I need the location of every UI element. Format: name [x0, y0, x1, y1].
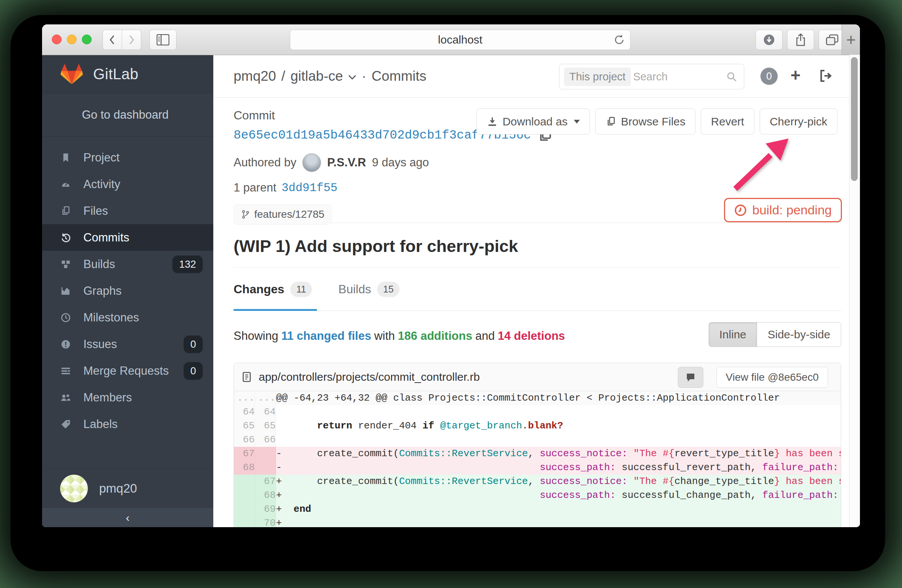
address-bar[interactable]: localhost — [290, 30, 631, 50]
new-line-number[interactable]: 68 — [255, 488, 276, 502]
build-status-badge[interactable]: build: pending — [724, 198, 842, 222]
code-line: + create_commit(Commits::RevertService, … — [276, 475, 841, 488]
diff-table: ......@@ -64,23 +64,32 @@ class Projects… — [234, 391, 841, 527]
clock-icon — [60, 312, 71, 323]
browse-files-button[interactable]: Browse Files — [595, 108, 696, 134]
sidebar-item-activity[interactable]: Activity — [42, 171, 213, 197]
search-input[interactable]: This project Search — [559, 64, 744, 89]
cherry-pick-button[interactable]: Cherry-pick — [759, 108, 838, 134]
zoom-window-button[interactable] — [82, 34, 92, 44]
sidebar-item-label: Builds — [83, 258, 115, 271]
tab-changes[interactable]: Changes 11 — [233, 281, 312, 297]
old-line-number[interactable]: 65 — [234, 419, 255, 433]
chevron-down-icon[interactable] — [348, 75, 356, 80]
sidebar-item-issues[interactable]: Issues0 — [42, 331, 213, 357]
new-line-number[interactable]: 69 — [255, 502, 276, 516]
sidebar-collapse-button[interactable]: ‹ — [42, 508, 213, 527]
old-line-number[interactable] — [234, 516, 255, 527]
breadcrumb-owner[interactable]: pmq20 — [233, 68, 276, 84]
old-line-number[interactable] — [234, 488, 255, 502]
view-file-button[interactable]: View file @8e65ec0 — [717, 367, 828, 388]
sidebar-item-members[interactable]: Members — [42, 384, 213, 411]
back-button[interactable] — [102, 30, 122, 50]
sidebar-item-labels[interactable]: Labels — [42, 411, 213, 438]
new-line-number[interactable]: 67 — [255, 475, 276, 488]
inline-view-button[interactable]: Inline — [709, 322, 757, 347]
code-line: + success_path: successful_change_path, … — [276, 488, 841, 502]
people-icon — [60, 392, 71, 403]
new-line-number[interactable] — [255, 461, 276, 475]
old-line-number[interactable]: ... — [234, 391, 255, 405]
commit-header-block: Commit 8e65ec01d19a5b46433d702d9cb1f3caf… — [233, 97, 841, 223]
new-line-number[interactable]: 66 — [255, 433, 276, 447]
forward-button[interactable] — [122, 30, 141, 50]
sidebar-item-label: Project — [83, 151, 119, 164]
sidebar-item-project[interactable]: Project — [42, 144, 213, 171]
download-as-button[interactable]: Download as — [476, 108, 590, 134]
sidebar-item-label: Merge Requests — [83, 364, 169, 378]
search-placeholder: Search — [633, 70, 726, 83]
old-line-number[interactable]: 67 — [234, 447, 255, 461]
toggle-comments-button[interactable] — [678, 367, 703, 388]
files-icon — [605, 116, 617, 127]
code-line — [276, 405, 841, 419]
reload-icon[interactable] — [614, 34, 625, 46]
page-scrollbar[interactable] — [849, 55, 860, 527]
revert-button[interactable]: Revert — [701, 108, 754, 134]
diff-file-card: app/controllers/projects/commit_controll… — [233, 363, 841, 527]
commit-title: (WIP 1) Add support for cherry-pick — [233, 236, 841, 256]
active-tab-indicator — [233, 309, 317, 311]
new-line-number[interactable]: 65 — [255, 419, 276, 433]
sidebar-user[interactable]: pmq20 — [42, 469, 213, 508]
sidebar-item-dashboard[interactable]: Go to dashboard — [42, 93, 213, 137]
old-line-number[interactable] — [234, 502, 255, 516]
sidebar-item-graphs[interactable]: Graphs — [42, 277, 213, 304]
todos-count-badge[interactable]: 0 — [760, 67, 778, 85]
breadcrumb-project[interactable]: gitlab-ce — [290, 68, 343, 84]
branch-badge[interactable]: features/12785 — [233, 204, 332, 225]
code-line: + — [276, 516, 841, 527]
gitlab-brand[interactable]: GitLab — [42, 55, 213, 93]
old-line-number[interactable] — [234, 475, 255, 488]
sidebar-item-builds[interactable]: Builds132 — [42, 251, 213, 277]
count-badge: 0 — [184, 362, 203, 380]
old-line-number[interactable]: 68 — [234, 461, 255, 475]
diff-row: 68+ success_path: successful_change_path… — [234, 488, 841, 502]
downloads-button[interactable] — [756, 30, 783, 50]
code-line: - success_path: successful_revert_path, … — [276, 461, 841, 475]
diff-summary: Showing 11 changed files with 186 additi… — [233, 323, 841, 349]
share-button[interactable] — [787, 30, 814, 50]
new-line-number[interactable]: ... — [255, 391, 276, 405]
tag-icon — [60, 419, 71, 430]
page-scrollbar-thumb[interactable] — [851, 57, 858, 181]
parent-sha-link[interactable]: 3dd91f55 — [282, 181, 338, 194]
sign-out-button[interactable] — [818, 68, 834, 85]
diff-row: 6565 return render_404 if @target_branch… — [234, 419, 841, 433]
sidebar-item-merge-requests[interactable]: Merge Requests0 — [42, 357, 213, 384]
minimize-window-button[interactable] — [67, 34, 77, 44]
diff-filename[interactable]: app/controllers/projects/commit_controll… — [259, 371, 480, 383]
side-by-side-view-button[interactable]: Side-by-side — [757, 322, 841, 347]
new-project-button[interactable]: + — [791, 65, 800, 85]
old-line-number[interactable]: 64 — [234, 405, 255, 419]
annotation-arrow — [725, 133, 800, 193]
main-area: pmq20 / gitlab-ce · Commits This project… — [213, 55, 860, 527]
sidebar-menu: ProjectActivityFilesCommitsBuilds132Grap… — [42, 137, 213, 438]
new-line-number[interactable]: 64 — [255, 405, 276, 419]
close-window-button[interactable] — [52, 34, 61, 44]
sidebar-item-files[interactable]: Files — [42, 197, 213, 224]
new-line-number[interactable]: 70 — [255, 516, 276, 527]
sidebar-item-commits[interactable]: Commits — [42, 224, 213, 251]
sidebar-toggle-button[interactable] — [149, 30, 177, 50]
sidebar-item-milestones[interactable]: Milestones — [42, 304, 213, 331]
gauge-icon — [60, 179, 71, 190]
search-scope-chip: This project — [564, 67, 631, 86]
author-name[interactable]: P.S.V.R — [327, 156, 366, 169]
old-line-number[interactable]: 66 — [234, 433, 255, 447]
diff-row: 6666 — [234, 433, 841, 447]
new-tab-button[interactable]: + — [841, 24, 860, 55]
changed-files-link[interactable]: 11 changed files — [281, 329, 371, 343]
new-line-number[interactable] — [255, 447, 276, 461]
tab-builds[interactable]: Builds 15 — [338, 281, 399, 297]
sidebar-item-label: Issues — [83, 338, 117, 351]
